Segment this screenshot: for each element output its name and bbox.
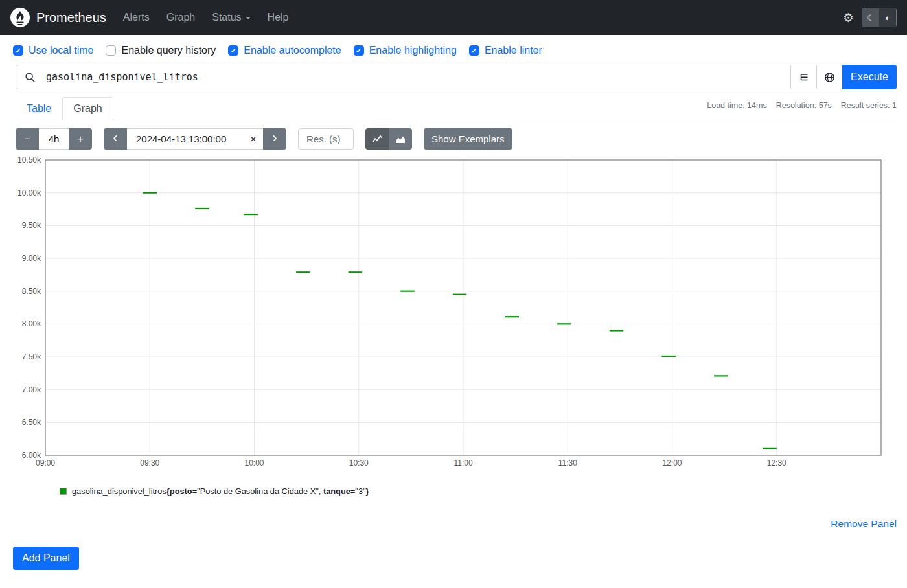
range-decrement-button[interactable]: −: [16, 128, 39, 150]
add-panel-button[interactable]: Add Panel: [13, 547, 79, 570]
x-tick-label: 11:00: [454, 458, 472, 468]
checkbox-enable-highlighting[interactable]: [354, 45, 364, 56]
result-series-stat: Result series: 1: [841, 101, 897, 110]
moon-icon: ☾: [867, 13, 875, 23]
chart-svg[interactable]: 6.00k6.50k7.00k7.50k8.00k8.50k9.00k9.50k…: [16, 156, 884, 471]
tab-graph[interactable]: Graph: [62, 97, 113, 120]
theme-toggle-group: ☾ ◐: [862, 8, 897, 27]
dropdown-caret-icon: [246, 17, 251, 19]
nav-item-status[interactable]: Status: [212, 12, 250, 23]
chevron-left-icon: ‹: [113, 131, 117, 145]
nav-item-graph[interactable]: Graph: [166, 12, 195, 23]
datetime-value: 2024-04-13 13:00:00: [136, 133, 250, 144]
x-tick-label: 09:30: [140, 458, 159, 468]
execute-button[interactable]: Execute: [842, 65, 897, 89]
x-tick-label: 12:00: [662, 458, 682, 468]
range-input[interactable]: [39, 128, 69, 150]
datetime-clear-icon[interactable]: ✕: [250, 135, 257, 144]
option-enable-linter[interactable]: Enable linter: [469, 45, 542, 56]
time-forward-button[interactable]: ›: [263, 128, 286, 150]
nav-item-alerts[interactable]: Alerts: [123, 12, 150, 23]
range-control: − +: [16, 128, 92, 150]
y-tick-label: 9.50k: [22, 221, 41, 230]
options-row: Use local time Enable query history Enab…: [13, 45, 897, 56]
checkbox-enable-query-history[interactable]: [106, 45, 116, 56]
y-tick-label: 10.00k: [17, 188, 41, 198]
legend-swatch-icon: [60, 488, 67, 495]
line-chart-icon: [372, 134, 382, 144]
stacked-chart-toggle-button[interactable]: [389, 128, 412, 150]
line-chart-toggle-button[interactable]: [365, 128, 389, 150]
main-content: Use local time Enable query history Enab…: [16, 45, 897, 583]
resolution-input[interactable]: [298, 128, 354, 150]
metrics-explorer-button[interactable]: [816, 65, 842, 89]
option-enable-highlighting[interactable]: Enable highlighting: [354, 45, 457, 56]
series-legend-label[interactable]: gasolina_disponivel_litros{posto="Posto …: [72, 486, 369, 496]
y-tick-label: 7.00k: [22, 385, 41, 394]
chevron-right-icon: ›: [272, 131, 277, 145]
prometheus-logo-icon: [10, 8, 30, 27]
chart-type-toggle: [365, 128, 412, 150]
contrast-icon: ◐: [885, 13, 890, 23]
resolution-stat: Resolution: 57s: [776, 101, 832, 110]
option-use-local-time[interactable]: Use local time: [13, 45, 93, 56]
show-exemplars-button[interactable]: Show Exemplars: [424, 128, 512, 150]
nav-links: Alerts Graph Status Help: [123, 12, 289, 23]
theme-auto-button[interactable]: ◐: [879, 8, 896, 27]
query-input[interactable]: [43, 65, 790, 89]
tree-view-icon: [799, 72, 809, 82]
tree-view-button[interactable]: [790, 65, 816, 89]
x-tick-label: 10:30: [349, 458, 369, 468]
remove-panel-link[interactable]: Remove Panel: [831, 518, 897, 529]
checkbox-use-local-time[interactable]: [13, 45, 23, 56]
tab-bar: Table Graph Load time: 14ms Resolution: …: [16, 97, 897, 120]
x-tick-label: 11:30: [558, 458, 577, 468]
query-stats: Load time: 14ms Resolution: 57s Result s…: [707, 97, 897, 114]
time-back-button[interactable]: ‹: [104, 128, 127, 150]
y-tick-label: 10.50k: [17, 156, 41, 164]
series-legend: gasolina_disponivel_litros{posto="Posto …: [60, 486, 897, 496]
load-time-stat: Load time: 14ms: [707, 101, 766, 110]
brand-title: Prometheus: [36, 10, 106, 25]
y-tick-label: 8.00k: [22, 319, 41, 328]
x-tick-label: 12:30: [767, 458, 786, 468]
navbar: Prometheus Alerts Graph Status Help ⚙ ☾ …: [0, 0, 907, 35]
theme-dark-button[interactable]: ☾: [862, 8, 879, 27]
graph-chart[interactable]: 6.00k6.50k7.00k7.50k8.00k8.50k9.00k9.50k…: [16, 156, 897, 473]
checkbox-enable-autocomplete[interactable]: [228, 45, 238, 56]
time-control: ‹ 2024-04-13 13:00:00 ✕ ›: [104, 128, 286, 150]
tab-table[interactable]: Table: [16, 97, 62, 120]
globe-icon: [824, 72, 835, 83]
search-icon: [16, 65, 43, 89]
option-enable-query-history[interactable]: Enable query history: [106, 45, 216, 56]
query-bar: Execute: [16, 65, 897, 89]
graph-controls: − + ‹ 2024-04-13 13:00:00 ✕ ›: [16, 128, 897, 150]
y-tick-label: 8.50k: [22, 287, 41, 296]
option-enable-autocomplete[interactable]: Enable autocomplete: [228, 45, 341, 56]
range-increment-button[interactable]: +: [69, 128, 92, 150]
y-tick-label: 9.00k: [22, 254, 41, 263]
settings-gear-icon[interactable]: ⚙: [843, 12, 854, 24]
y-tick-label: 6.50k: [22, 418, 41, 427]
checkbox-enable-linter[interactable]: [469, 45, 479, 56]
nav-item-help[interactable]: Help: [268, 12, 289, 23]
datetime-input[interactable]: 2024-04-13 13:00:00 ✕: [127, 128, 263, 150]
x-tick-label: 09:00: [36, 458, 55, 468]
y-tick-label: 7.50k: [22, 352, 41, 361]
x-tick-label: 10:00: [244, 458, 264, 468]
stacked-chart-icon: [395, 134, 406, 144]
brand-link[interactable]: Prometheus: [10, 8, 106, 27]
